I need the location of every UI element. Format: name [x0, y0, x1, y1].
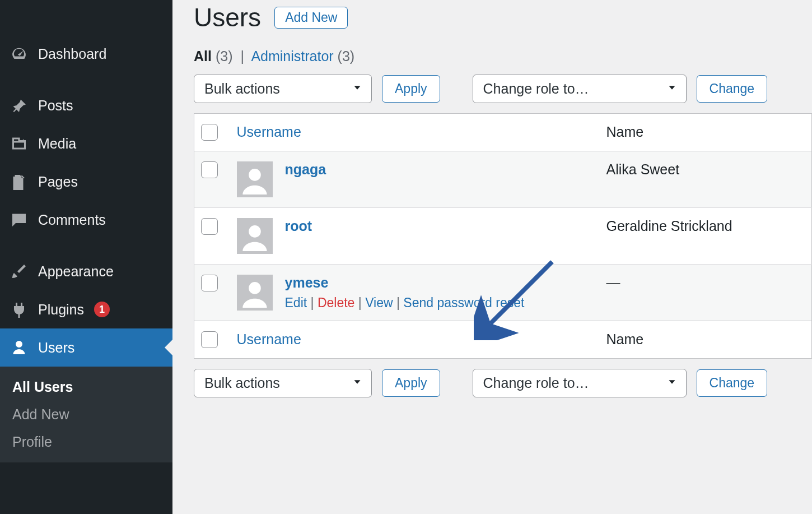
- sidebar-sub-all-users[interactable]: All Users: [0, 373, 172, 401]
- change-role-select-bottom[interactable]: Change role to…: [473, 369, 687, 397]
- main-content: Users Add New All (3) | Administrator (3…: [172, 0, 812, 514]
- row-actions: Edit | Delete | View | Send password res…: [285, 295, 525, 311]
- user-link[interactable]: ymese: [285, 275, 329, 290]
- bulk-actions-select-bottom[interactable]: Bulk actions: [194, 369, 372, 397]
- sidebar-item-label: Dashboard: [38, 46, 106, 62]
- user-name: —: [606, 275, 620, 290]
- pin-icon: [10, 96, 28, 114]
- sidebar-sub-add-new[interactable]: Add New: [0, 401, 172, 428]
- brush-icon: [10, 262, 28, 280]
- user-icon: [10, 339, 28, 356]
- sidebar-item-pages[interactable]: Pages: [0, 163, 172, 201]
- page-header: Users Add New: [194, 0, 812, 40]
- apply-button-top[interactable]: Apply: [382, 75, 440, 103]
- filter-administrator[interactable]: Administrator (3): [251, 48, 354, 64]
- avatar: [237, 218, 273, 254]
- sidebar-item-label: Appearance: [38, 263, 114, 280]
- chevron-down-icon: [666, 81, 678, 97]
- pages-icon: [10, 173, 28, 191]
- sidebar-item-label: Media: [38, 136, 76, 152]
- bulk-toolbar-top: Bulk actions Apply Change role to… Chang…: [194, 75, 812, 113]
- user-link[interactable]: ngaga: [285, 161, 326, 177]
- sidebar-item-label: Comments: [38, 212, 106, 228]
- chevron-down-icon: [666, 375, 678, 391]
- col-footer-username[interactable]: Username: [237, 331, 301, 347]
- users-table: Username Name ngaga Alika Swee: [194, 113, 812, 359]
- table-row: root Geraldine Strickland: [194, 208, 812, 265]
- sidebar-item-posts[interactable]: Posts: [0, 86, 172, 124]
- sidebar-submenu: All Users Add New Profile: [0, 367, 172, 462]
- avatar: [237, 161, 273, 197]
- avatar: [237, 275, 273, 311]
- row-action-send-password-reset[interactable]: Send password reset: [403, 295, 524, 310]
- row-checkbox[interactable]: [201, 275, 218, 291]
- admin-sidebar: Dashboard Posts Media Pages Comments App…: [0, 0, 172, 514]
- sidebar-item-dashboard[interactable]: Dashboard: [0, 35, 172, 73]
- bulk-toolbar-bottom: Bulk actions Apply Change role to… Chang…: [194, 359, 812, 408]
- sidebar-item-users[interactable]: Users: [0, 328, 172, 367]
- row-action-delete[interactable]: Delete: [318, 295, 354, 310]
- change-button-bottom[interactable]: Change: [697, 369, 768, 397]
- filter-all[interactable]: All (3): [194, 48, 232, 64]
- user-link[interactable]: root: [285, 218, 312, 234]
- apply-button-bottom[interactable]: Apply: [382, 369, 440, 397]
- update-badge: 1: [94, 302, 110, 317]
- row-checkbox[interactable]: [201, 161, 218, 178]
- user-name: Geraldine Strickland: [606, 218, 732, 234]
- row-action-view[interactable]: View: [365, 295, 393, 310]
- sidebar-item-label: Users: [38, 340, 74, 356]
- chevron-down-icon: [351, 375, 363, 391]
- sidebar-sub-profile[interactable]: Profile: [0, 428, 172, 456]
- user-name: Alika Sweet: [606, 161, 680, 177]
- plugin-icon: [10, 300, 28, 318]
- sidebar-item-comments[interactable]: Comments: [0, 201, 172, 239]
- dashboard-icon: [10, 45, 28, 63]
- col-header-username[interactable]: Username: [237, 124, 301, 140]
- table-row: ngaga Alika Sweet: [194, 151, 812, 208]
- change-button-top[interactable]: Change: [697, 75, 768, 103]
- sidebar-item-label: Posts: [38, 98, 73, 114]
- filter-links: All (3) | Administrator (3): [194, 40, 812, 75]
- page-title: Users: [194, 2, 261, 33]
- sidebar-item-label: Plugins: [38, 302, 84, 318]
- media-icon: [10, 135, 28, 152]
- add-new-button[interactable]: Add New: [274, 7, 348, 29]
- sidebar-item-plugins[interactable]: Plugins 1: [0, 290, 172, 328]
- sidebar-item-label: Pages: [38, 174, 78, 190]
- col-header-name: Name: [606, 124, 644, 140]
- col-footer-name: Name: [606, 331, 644, 347]
- row-action-edit[interactable]: Edit: [285, 295, 307, 310]
- table-row: ymese Edit | Delete | View | Send passwo…: [194, 265, 812, 321]
- comments-icon: [10, 211, 28, 229]
- sidebar-item-media[interactable]: Media: [0, 124, 172, 163]
- select-all-checkbox-bottom[interactable]: [201, 331, 218, 348]
- select-all-checkbox-top[interactable]: [201, 124, 218, 141]
- sidebar-item-appearance[interactable]: Appearance: [0, 252, 172, 290]
- row-checkbox[interactable]: [201, 218, 218, 235]
- chevron-down-icon: [351, 81, 363, 97]
- bulk-actions-select[interactable]: Bulk actions: [194, 75, 372, 103]
- change-role-select[interactable]: Change role to…: [473, 75, 687, 103]
